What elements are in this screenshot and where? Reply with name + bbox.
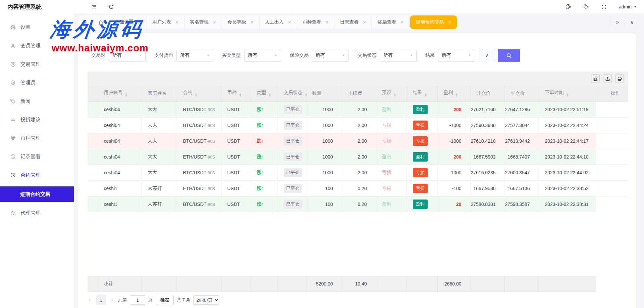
search-button[interactable] bbox=[498, 49, 520, 62]
sidebar-item-label: 短期合约交易 bbox=[20, 191, 50, 197]
cell-open-price: 27616.0235 bbox=[470, 165, 504, 180]
home-tab[interactable] bbox=[93, 15, 109, 29]
sidebar-item-contracts[interactable]: 合约管理 bbox=[0, 166, 74, 184]
sidebar-item-trades[interactable]: $ 交易管理 bbox=[0, 55, 74, 74]
column-settings-button[interactable] bbox=[591, 74, 600, 83]
tab-basic-settings[interactable]: 基础设置✕ bbox=[109, 15, 147, 29]
print-button[interactable] bbox=[615, 74, 624, 83]
col-type[interactable]: 类型▲▼ bbox=[251, 86, 277, 101]
prev-page-icon[interactable]: ‹ bbox=[87, 297, 93, 303]
export-button[interactable] bbox=[603, 74, 612, 83]
cell-result: 亏损 bbox=[407, 133, 437, 149]
confirm-page-button[interactable]: 确定 bbox=[156, 295, 174, 305]
col-order-time[interactable]: 下单时间▲▼ bbox=[539, 86, 596, 101]
cell-type: 涨↑ bbox=[251, 180, 277, 196]
chevron-down-icon: ▼ bbox=[274, 54, 277, 57]
collapse-sidebar-icon[interactable] bbox=[91, 4, 97, 10]
cell-user: ceshi04 bbox=[98, 101, 142, 117]
tabs-scroll-right-icon[interactable]: » bbox=[610, 15, 625, 29]
per-page-select[interactable]: 20 条/页 bbox=[193, 295, 219, 305]
insurance-select[interactable]: 所有▼ bbox=[312, 49, 349, 62]
close-icon[interactable]: ✕ bbox=[448, 20, 451, 25]
pay-currency-select[interactable]: 所有▼ bbox=[176, 49, 213, 62]
cell-profit: 20 bbox=[437, 196, 470, 212]
table-row: ceshi04 大大 ETH/USDT-90S USDT 涨↑ 已平仓 1000… bbox=[88, 149, 628, 165]
tab-member-level[interactable]: 会员等级✕ bbox=[222, 15, 260, 29]
cell-actions bbox=[596, 117, 628, 133]
current-page[interactable]: 1 bbox=[96, 295, 106, 305]
tab-reward-view[interactable]: 奖励查看✕ bbox=[372, 15, 410, 29]
sidebar-item-feedback[interactable]: 投拆建议 bbox=[0, 111, 74, 129]
sidebar-item-records[interactable]: 记录查看 bbox=[0, 147, 74, 166]
close-icon[interactable]: ✕ bbox=[288, 20, 291, 25]
cell-coin: USDT bbox=[221, 196, 251, 212]
cell-status: 已平仓 bbox=[277, 180, 306, 196]
orders-table: 用户账号▲▼ 真实姓名 合约▲▼ 币种▲▼ 类型▲▼ 交易状态▲▼ 数量 手续费… bbox=[88, 86, 628, 212]
col-user[interactable]: 用户账号▲▼ bbox=[98, 86, 142, 101]
theme-palette-icon[interactable] bbox=[565, 4, 571, 10]
cell-realname: 大大 bbox=[142, 165, 177, 180]
goto-label: 到第 bbox=[118, 297, 127, 303]
close-icon[interactable]: ✕ bbox=[175, 20, 179, 25]
expand-filters-button[interactable]: ∨ bbox=[479, 49, 494, 62]
cell-user: ceshi04 bbox=[98, 133, 142, 149]
cell-close-price: 27598.3587 bbox=[504, 196, 539, 212]
tab-manual-io[interactable]: 人工出入✕ bbox=[260, 15, 297, 29]
app-title: 内容管理系统 bbox=[7, 3, 79, 11]
fullscreen-icon[interactable] bbox=[601, 4, 607, 10]
tab-log-view[interactable]: 日志查看✕ bbox=[334, 15, 372, 29]
col-status[interactable]: 交易状态▲▼ bbox=[277, 86, 306, 101]
cell-user: ceshi04 bbox=[98, 117, 142, 133]
sidebar-item-short-contract-trades[interactable]: 短期合约交易 bbox=[0, 186, 74, 202]
tab-realname[interactable]: 实名管理✕ bbox=[184, 15, 222, 29]
cell-type: 涨↑ bbox=[251, 149, 277, 165]
close-icon[interactable]: ✕ bbox=[250, 20, 254, 25]
close-icon[interactable]: ✕ bbox=[213, 20, 216, 25]
goto-page-input[interactable] bbox=[130, 295, 145, 305]
next-page-icon[interactable]: › bbox=[109, 297, 115, 303]
tab-coin-view[interactable]: 币种查看✕ bbox=[297, 15, 335, 29]
cell-preset: 亏损 bbox=[376, 180, 407, 196]
cell-open-price: 27580.8381 bbox=[470, 196, 504, 212]
refresh-icon[interactable] bbox=[108, 4, 114, 10]
close-icon[interactable]: ✕ bbox=[325, 20, 329, 25]
sidebar-item-admins[interactable]: 管理员 bbox=[0, 74, 74, 92]
cell-preset: 盈利 bbox=[376, 149, 407, 165]
col-coin[interactable]: 币种▲▼ bbox=[221, 86, 251, 101]
col-contract[interactable]: 合约▲▼ bbox=[177, 86, 221, 101]
cell-preset: 亏损 bbox=[376, 117, 407, 133]
cell-profit: -1000 bbox=[437, 133, 470, 149]
tabs-scroll-left-icon[interactable]: « bbox=[78, 15, 93, 29]
cell-status: 已平仓 bbox=[277, 133, 306, 149]
tab-user-list[interactable]: 用户列表✕ bbox=[147, 15, 184, 29]
col-preset[interactable]: 预设▲▼ bbox=[376, 86, 407, 101]
cell-order-time: 2023-10-02 22:38:31 bbox=[539, 196, 596, 212]
cell-order-time: 2023-10-02 22:38:52 bbox=[539, 180, 596, 196]
sidebar-item-agents[interactable]: 代理管理 bbox=[0, 204, 74, 222]
tag-icon[interactable] bbox=[583, 4, 589, 10]
status-badge: 已平仓 bbox=[284, 121, 302, 130]
close-icon[interactable]: ✕ bbox=[363, 20, 366, 25]
print-icon bbox=[617, 76, 622, 81]
cell-type: 跌↓ bbox=[251, 133, 277, 149]
tab-short-contract-trades[interactable]: 短期合约交易✕ bbox=[410, 15, 457, 29]
link-icon bbox=[10, 117, 16, 123]
col-profit[interactable]: 盈利▲▼ bbox=[437, 86, 470, 101]
tabs-options-icon[interactable]: ∨ bbox=[625, 15, 639, 29]
result-select[interactable]: 所有▼ bbox=[438, 49, 475, 62]
close-icon[interactable]: ✕ bbox=[138, 20, 141, 25]
sidebar-item-coins[interactable]: 币种管理 bbox=[0, 129, 74, 147]
cell-realname: 大苏打 bbox=[142, 180, 177, 196]
col-result[interactable]: 结果▲▼ bbox=[407, 86, 437, 101]
sidebar-item-settings[interactable]: 设置 bbox=[0, 18, 74, 37]
trade-type-select[interactable]: 所有▼ bbox=[244, 49, 281, 62]
sidebar-item-members[interactable]: 会员管理 bbox=[0, 37, 74, 55]
filter-label: 买卖类型 bbox=[222, 52, 241, 58]
sidebar-item-news[interactable]: 新闻 bbox=[0, 92, 74, 111]
user-menu[interactable]: admin ▼ bbox=[619, 4, 637, 9]
trading-pair-select[interactable]: 所有▼ bbox=[109, 49, 146, 62]
trade-status-select[interactable]: 所有▼ bbox=[380, 49, 417, 62]
close-icon[interactable]: ✕ bbox=[400, 20, 404, 25]
topbar-actions: admin ▼ bbox=[565, 4, 637, 10]
cell-actions bbox=[596, 149, 628, 165]
